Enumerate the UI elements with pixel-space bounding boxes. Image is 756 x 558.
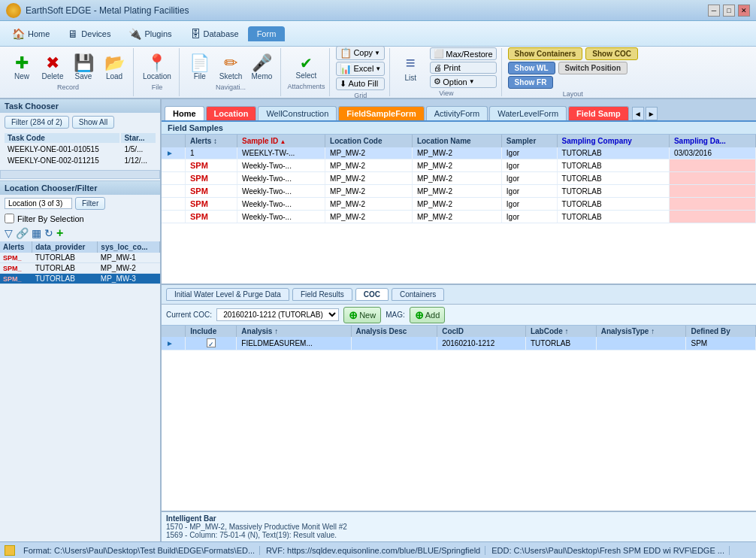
max-restore-button[interactable]: ⬜ Max/Restore xyxy=(430,47,496,60)
col-sampler[interactable]: Sampler xyxy=(501,135,557,147)
table-row[interactable]: SPM Weekly-Two-... MP_MW-2 MP_MW-2 Igor … xyxy=(162,211,756,223)
minimize-button[interactable]: ─ xyxy=(708,5,720,17)
tab-home[interactable]: Home xyxy=(165,106,204,120)
inner-grid[interactable]: Include Analysis ↑ Analysis Desc CocID L… xyxy=(162,326,756,511)
table-row[interactable]: SPM Weekly-Two-... MP_MW-2 MP_MW-2 Igor … xyxy=(162,172,756,185)
memo-button[interactable]: 🎤 Memo xyxy=(247,53,276,82)
delete-button[interactable]: ✖ Delete xyxy=(38,53,67,82)
tab-fieldsamp2[interactable]: Field Samp xyxy=(568,106,629,120)
tab-waterlevelform[interactable]: WaterLevelForm xyxy=(489,106,567,120)
show-fr-button[interactable]: Show FR xyxy=(508,76,554,89)
ig-col-analysis-type[interactable]: AnalysisType ↑ xyxy=(596,326,686,337)
sub-tabs: Initial Water Level & Purge Data Field R… xyxy=(162,285,756,305)
menu-devices[interactable]: 🖥 Devices xyxy=(59,25,119,43)
cell-company-5: TUTORLAB xyxy=(557,211,669,223)
inner-grid-header: Include Analysis ↑ Analysis Desc CocID L… xyxy=(162,326,756,337)
task-filter-button[interactable]: Filter (284 of 2) xyxy=(5,116,69,129)
menu-plugins[interactable]: 🔌 Plugins xyxy=(119,25,180,43)
location-filter-button[interactable]: Filter xyxy=(75,197,105,210)
sub-tab-containers[interactable]: Containers xyxy=(392,288,444,301)
option-button[interactable]: ⚙ Option ▼ xyxy=(430,75,496,88)
barcode-icon[interactable]: ▦ xyxy=(32,227,41,239)
sketch-button[interactable]: ✏ Sketch xyxy=(216,53,246,82)
main-data-grid[interactable]: Alerts ↕ Sample ID Location Code Locatio… xyxy=(162,135,756,285)
ig-col-analysis-desc[interactable]: Analysis Desc xyxy=(351,326,437,337)
file-button[interactable]: 📄 File xyxy=(186,53,214,82)
col-sampling-date[interactable]: Sampling Da... xyxy=(669,135,755,147)
table-row[interactable]: SPM Weekly-Two-... MP_MW-2 MP_MW-2 Igor … xyxy=(162,198,756,211)
ig-include-cell[interactable] xyxy=(186,337,237,350)
title-controls[interactable]: ─ □ ✕ xyxy=(708,5,750,17)
tab-fieldsampleform[interactable]: FieldSampleForm xyxy=(338,106,424,120)
col-sampling-company[interactable]: Sampling Company xyxy=(557,135,669,147)
right-panel: Home Location WellConstruction FieldSamp… xyxy=(162,99,756,541)
filter-icon[interactable]: ▽ xyxy=(5,227,13,239)
menu-form[interactable]: Form xyxy=(248,26,286,41)
refresh-icon[interactable]: ↻ xyxy=(44,227,53,239)
tab-activityform[interactable]: ActivityForm xyxy=(426,106,488,120)
table-row[interactable]: ► 1 WEEKLY-TW-... MP_MW-2 MP_MW-2 Igor T… xyxy=(162,147,756,159)
select-button[interactable]: ✔ Select xyxy=(292,54,320,81)
sub-tab-initial-water[interactable]: Initial Water Level & Purge Data xyxy=(166,288,289,301)
title-bar-left: EarthSoft EDGE - Metal Plating Facilitie… xyxy=(6,3,189,18)
task-row-2[interactable]: WEEKLY-ONE-002-011215 1/12/... xyxy=(5,156,156,165)
loc-row-2[interactable]: SPM_ TUTORLAB MP_MW-2 xyxy=(0,263,160,274)
auto-fill-button[interactable]: ⬇ Auto Fill xyxy=(336,77,385,90)
option-dropdown-icon[interactable]: ▼ xyxy=(469,78,475,85)
coc-add-button[interactable]: ⊕ Add xyxy=(410,307,446,323)
location-button[interactable]: 📍 Location xyxy=(140,53,174,82)
location-icon-toolbar: ▽ 🔗 ▦ ↻ + xyxy=(0,225,160,241)
show-coc-button[interactable]: Show COC xyxy=(585,47,638,60)
restore-button[interactable]: □ xyxy=(723,5,735,17)
max-restore-icon: ⬜ xyxy=(434,49,444,59)
print-button[interactable]: 🖨 Print xyxy=(430,62,496,74)
coc-select[interactable]: 20160210-1212 (TUTORLAB) xyxy=(216,308,339,321)
save-button[interactable]: 💾 Save xyxy=(69,53,98,82)
sub-tab-coc[interactable]: COC xyxy=(355,288,389,301)
ig-col-labcode[interactable]: LabCode ↑ xyxy=(525,326,596,337)
tab-location[interactable]: Location xyxy=(206,106,257,120)
include-checkbox[interactable] xyxy=(207,338,216,347)
close-button[interactable]: ✕ xyxy=(738,5,750,17)
table-row[interactable]: SPM Weekly-Two-... MP_MW-2 MP_MW-2 Igor … xyxy=(162,185,756,198)
ig-col-defined-by[interactable]: Defined By xyxy=(686,326,756,337)
list-button[interactable]: ≡ List xyxy=(396,52,425,83)
sub-tab-field-results[interactable]: Field Results xyxy=(292,288,352,301)
task-scrollbar[interactable] xyxy=(0,170,160,179)
col-location-name[interactable]: Location Name xyxy=(412,135,501,147)
tab-prev-button[interactable]: ◄ xyxy=(632,107,644,120)
excel-button[interactable]: 📊 Excel ▼ xyxy=(336,62,385,76)
add-location-icon[interactable]: + xyxy=(56,226,63,240)
copy-button[interactable]: 📋 Copy ▼ xyxy=(336,46,385,60)
inner-table-row[interactable]: ► FIELDMEASUREM... 20160210-1212 TUTORLA… xyxy=(162,337,756,350)
show-containers-button[interactable]: Show Containers xyxy=(508,47,583,60)
load-button[interactable]: 📂 Load xyxy=(100,53,129,82)
col-alerts[interactable]: Alerts ↕ xyxy=(185,135,237,147)
toolbar-record-row: ✚ New ✖ Delete 💾 Save 📂 Load xyxy=(8,53,129,82)
loc-row-3[interactable]: SPM_ TUTORLAB MP_MW-3 xyxy=(0,274,160,284)
copy-dropdown-icon[interactable]: ▼ xyxy=(374,50,380,56)
link-icon[interactable]: 🔗 xyxy=(16,227,29,239)
excel-dropdown-icon[interactable]: ▼ xyxy=(375,65,381,72)
filter-by-selection-checkbox[interactable] xyxy=(5,214,14,223)
new-button[interactable]: ✚ New xyxy=(8,53,36,82)
cell-sampleid-4: Weekly-Two-... xyxy=(237,198,325,211)
tab-wellconstruction[interactable]: WellConstruction xyxy=(258,106,337,120)
menu-home[interactable]: 🏠 Home xyxy=(3,25,59,43)
show-all-button[interactable]: Show All xyxy=(72,116,114,129)
ig-col-include[interactable]: Include xyxy=(186,326,237,337)
tab-next-button[interactable]: ► xyxy=(646,107,658,120)
coc-new-button[interactable]: ⊕ New xyxy=(343,307,381,323)
task-row-1[interactable]: WEEKLY-ONE-001-010515 1/5/... xyxy=(5,144,156,154)
menu-database[interactable]: 🗄 Database xyxy=(181,25,248,43)
ig-col-cocid[interactable]: CocID xyxy=(437,326,526,337)
table-row[interactable]: SPM Weekly-Two-... MP_MW-2 MP_MW-2 Igor … xyxy=(162,159,756,172)
ig-col-analysis[interactable]: Analysis ↑ xyxy=(237,326,351,337)
location-filter-input[interactable] xyxy=(5,198,72,209)
show-wl-button[interactable]: Show WL xyxy=(508,62,555,74)
switch-position-button[interactable]: Switch Position xyxy=(558,62,627,74)
loc-row-1[interactable]: SPM_ TUTORLAB MP_MW-1 xyxy=(0,253,160,263)
col-location-code[interactable]: Location Code xyxy=(325,135,413,147)
col-sample-id[interactable]: Sample ID xyxy=(237,135,325,147)
layout-group-label: Layout xyxy=(563,90,583,98)
